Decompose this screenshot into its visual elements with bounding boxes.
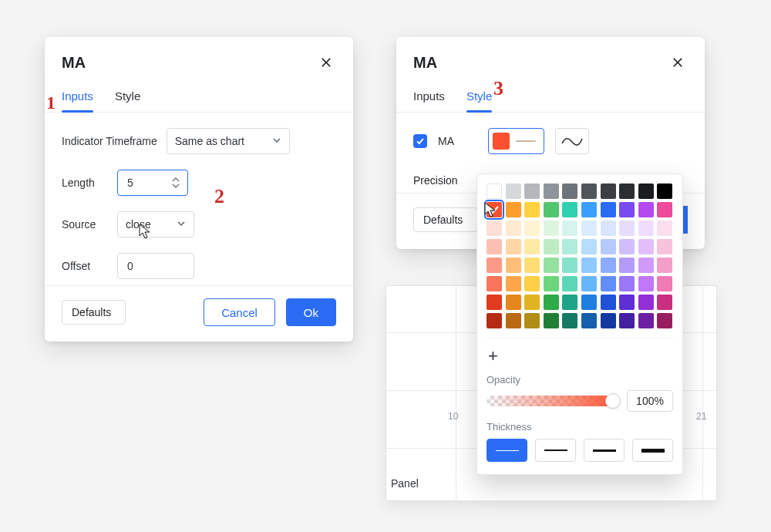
color-swatch[interactable] xyxy=(619,221,635,236)
color-swatch[interactable] xyxy=(619,313,635,328)
color-swatch[interactable] xyxy=(601,221,616,236)
color-swatch[interactable] xyxy=(657,184,672,199)
color-swatch[interactable] xyxy=(562,184,577,199)
length-input[interactable] xyxy=(126,176,164,190)
color-swatch[interactable] xyxy=(581,258,597,273)
color-swatch[interactable] xyxy=(601,313,616,328)
color-swatch[interactable] xyxy=(524,202,540,217)
color-swatch[interactable] xyxy=(601,258,616,273)
slider-knob[interactable] xyxy=(605,393,621,409)
color-swatch[interactable] xyxy=(601,184,616,199)
color-swatch[interactable] xyxy=(657,258,672,273)
color-swatch[interactable] xyxy=(562,295,577,310)
color-swatch[interactable] xyxy=(506,202,521,217)
indicator-timeframe-select[interactable]: Same as chart xyxy=(167,128,290,154)
color-swatch[interactable] xyxy=(562,276,577,291)
color-swatch[interactable] xyxy=(657,313,672,328)
color-swatch[interactable] xyxy=(524,313,540,328)
color-swatch[interactable] xyxy=(657,295,672,310)
color-swatch[interactable] xyxy=(544,276,559,291)
close-icon[interactable] xyxy=(316,52,336,72)
color-swatch[interactable] xyxy=(657,239,672,254)
color-swatch[interactable] xyxy=(487,258,502,273)
color-swatch[interactable] xyxy=(524,221,540,236)
color-swatch[interactable] xyxy=(524,184,540,199)
color-swatch[interactable] xyxy=(562,202,577,217)
color-swatch[interactable] xyxy=(524,295,540,310)
thickness-option-2[interactable] xyxy=(535,439,576,462)
color-swatch[interactable] xyxy=(601,295,616,310)
color-swatch[interactable] xyxy=(562,258,577,273)
color-swatch[interactable] xyxy=(487,295,502,310)
color-swatch[interactable] xyxy=(524,258,540,273)
color-swatch[interactable] xyxy=(601,202,616,217)
color-swatch[interactable] xyxy=(562,239,577,254)
thickness-option-4[interactable] xyxy=(632,439,673,462)
color-swatch[interactable] xyxy=(581,295,597,310)
color-swatch[interactable] xyxy=(581,221,597,236)
color-swatch[interactable] xyxy=(506,276,521,291)
color-swatch[interactable] xyxy=(638,184,654,199)
color-swatch[interactable] xyxy=(506,239,521,254)
thickness-option-1[interactable] xyxy=(487,439,527,462)
color-swatch[interactable] xyxy=(638,258,654,273)
color-swatch[interactable] xyxy=(544,184,559,199)
offset-field[interactable] xyxy=(117,253,194,279)
ma-color-picker[interactable] xyxy=(488,128,544,154)
color-swatch[interactable] xyxy=(619,184,635,199)
color-swatch[interactable] xyxy=(506,295,521,310)
tab-style[interactable]: Style xyxy=(115,83,140,112)
color-swatch[interactable] xyxy=(487,313,502,328)
color-swatch[interactable] xyxy=(638,221,654,236)
color-swatch[interactable] xyxy=(544,295,559,310)
color-swatch[interactable] xyxy=(524,239,540,254)
color-swatch[interactable] xyxy=(638,239,654,254)
close-icon[interactable] xyxy=(668,52,688,72)
color-swatch[interactable] xyxy=(544,313,559,328)
ok-button[interactable]: Ok xyxy=(286,298,336,326)
color-swatch[interactable] xyxy=(657,221,672,236)
thickness-option-3[interactable] xyxy=(584,439,625,462)
color-swatch[interactable] xyxy=(544,221,559,236)
ma-visibility-checkbox[interactable] xyxy=(413,134,427,148)
color-swatch[interactable] xyxy=(638,202,654,217)
offset-input[interactable] xyxy=(126,259,186,273)
length-stepper[interactable] xyxy=(117,170,188,196)
color-swatch[interactable] xyxy=(619,258,635,273)
color-swatch[interactable] xyxy=(506,258,521,273)
spinner-down-icon[interactable] xyxy=(172,184,180,188)
color-swatch[interactable] xyxy=(487,239,502,254)
defaults-dropdown[interactable]: Defaults xyxy=(62,300,126,325)
color-swatch[interactable] xyxy=(562,313,577,328)
color-swatch[interactable] xyxy=(506,184,521,199)
color-swatch[interactable] xyxy=(619,239,635,254)
color-swatch[interactable] xyxy=(487,276,502,291)
color-swatch[interactable] xyxy=(562,221,577,236)
tab-inputs[interactable]: Inputs xyxy=(413,83,445,112)
color-swatch[interactable] xyxy=(581,184,597,199)
color-swatch[interactable] xyxy=(506,221,521,236)
color-swatch[interactable] xyxy=(657,202,672,217)
line-style-select[interactable] xyxy=(555,128,589,154)
color-swatch[interactable] xyxy=(619,202,635,217)
color-swatch[interactable] xyxy=(581,239,597,254)
color-swatch[interactable] xyxy=(524,276,540,291)
color-swatch[interactable] xyxy=(638,313,654,328)
color-swatch[interactable] xyxy=(638,295,654,310)
color-swatch[interactable] xyxy=(581,276,597,291)
color-swatch[interactable] xyxy=(581,202,597,217)
color-swatch[interactable] xyxy=(657,276,672,291)
color-swatch[interactable] xyxy=(581,313,597,328)
color-swatch[interactable] xyxy=(601,276,616,291)
opacity-slider[interactable] xyxy=(487,396,619,406)
color-swatch[interactable] xyxy=(487,184,502,199)
color-swatch[interactable] xyxy=(487,221,502,236)
color-swatch[interactable] xyxy=(506,313,521,328)
color-swatch[interactable] xyxy=(544,239,559,254)
opacity-value[interactable]: 100% xyxy=(627,390,673,412)
cancel-button[interactable]: Cancel xyxy=(204,298,275,326)
color-swatch[interactable] xyxy=(601,239,616,254)
color-swatch[interactable] xyxy=(544,202,559,217)
source-select[interactable]: close xyxy=(117,211,194,237)
color-swatch[interactable] xyxy=(619,295,635,310)
